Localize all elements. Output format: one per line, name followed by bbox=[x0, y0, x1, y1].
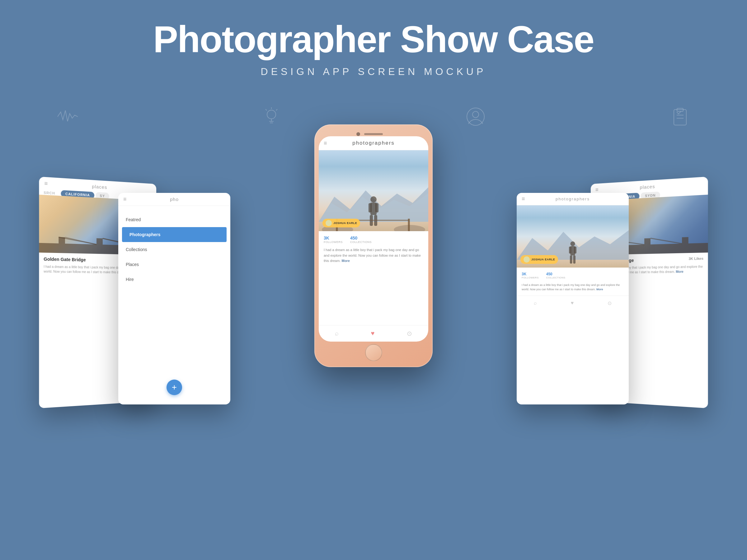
right-hamburger: ≡ bbox=[522, 196, 525, 202]
menu-hamburger-icon: ≡ bbox=[123, 196, 127, 203]
far-right-hamburger: ≡ bbox=[595, 187, 598, 193]
svg-point-31 bbox=[570, 241, 575, 246]
svg-rect-34 bbox=[574, 247, 577, 254]
page-title: Photographer Show Case bbox=[0, 19, 747, 60]
photo-bio: I had a dream as a little boy that i pac… bbox=[319, 246, 428, 268]
followers-count: 3K bbox=[324, 236, 343, 240]
right-heart-icon[interactable]: ♥ bbox=[571, 300, 574, 306]
right-collections-stat: 450 Collections bbox=[546, 272, 566, 279]
right-more-link[interactable]: More bbox=[596, 288, 603, 291]
right-search-icon[interactable]: ⌕ bbox=[534, 300, 537, 306]
menu-item-featred[interactable]: Featred bbox=[118, 212, 230, 227]
page-subtitle: DESIGN APP SCREEN MOCKUP bbox=[0, 66, 747, 77]
right-person bbox=[563, 240, 582, 268]
right-photo-hero: JOSHUA EARLE bbox=[517, 205, 629, 268]
far-right-title: places bbox=[640, 184, 655, 190]
photo-stats: 3K Followers 450 Collections bbox=[319, 231, 428, 246]
right-collections-count: 450 bbox=[546, 272, 566, 276]
svg-line-38 bbox=[650, 237, 682, 244]
heart-nav-icon[interactable]: ♥ bbox=[371, 330, 375, 337]
svg-rect-35 bbox=[570, 256, 572, 264]
bottom-nav: ⌕ ♥ ⊙ bbox=[319, 325, 428, 342]
center-phone: ≡ photographers bbox=[314, 125, 433, 367]
svg-line-14 bbox=[65, 237, 97, 244]
person-nav-icon[interactable]: ⊙ bbox=[407, 330, 412, 337]
svg-rect-36 bbox=[573, 256, 576, 264]
photo-title: Golden Gate Bridge bbox=[44, 256, 85, 262]
card-right: ≡ photographers JOSHUA EAR bbox=[517, 193, 629, 404]
right-bio: I had a dream as a little boy that i pac… bbox=[517, 282, 629, 296]
menu-item-collections[interactable]: Collections bbox=[118, 242, 230, 257]
collections-count: 450 bbox=[350, 236, 371, 240]
svg-rect-33 bbox=[569, 247, 571, 254]
screen-title: places bbox=[92, 184, 107, 190]
photo-hero: JOSHUA EARLE bbox=[319, 150, 428, 231]
collections-label: Collections bbox=[350, 240, 371, 244]
svg-rect-10 bbox=[677, 108, 683, 111]
collections-stat: 450 Collections bbox=[350, 236, 371, 244]
right-followers-count: 3K bbox=[522, 272, 539, 276]
svg-line-6 bbox=[276, 109, 277, 110]
header: Photographer Show Case DESIGN APP SCREEN… bbox=[0, 0, 747, 77]
far-right-likes: 3K Likes bbox=[689, 256, 703, 262]
photographers-screen: ≡ photographers bbox=[319, 136, 428, 342]
svg-rect-9 bbox=[674, 109, 686, 125]
photo-avatar bbox=[326, 220, 332, 226]
far-right-more[interactable]: More bbox=[676, 270, 684, 273]
right-photo-avatar bbox=[523, 256, 530, 263]
menu-screen: ≡ pho Featred Photographers Collections … bbox=[118, 193, 230, 404]
right-followers-label: Followers bbox=[522, 276, 539, 279]
svg-line-5 bbox=[265, 109, 267, 110]
right-person-icon[interactable]: ⊙ bbox=[608, 300, 612, 306]
right-screen-title: photographers bbox=[556, 196, 590, 201]
photographers-topbar: ≡ photographers bbox=[319, 136, 428, 150]
phone-frame: ≡ photographers bbox=[314, 125, 433, 367]
menu-items-list: Featred Photographers Collections Places… bbox=[118, 206, 230, 293]
right-followers-stat: 3K Followers bbox=[522, 272, 539, 279]
right-photographer-name: JOSHUA EARLE bbox=[531, 258, 555, 261]
bio-text: I had a dream as a little boy that i pac… bbox=[324, 248, 421, 263]
phone-camera bbox=[356, 132, 360, 136]
phone-screen: ≡ photographers bbox=[319, 136, 428, 342]
card-left: ≡ pho Featred Photographers Collections … bbox=[118, 193, 230, 404]
right-bottom-nav: ⌕ ♥ ⊙ bbox=[517, 296, 629, 311]
svg-rect-22 bbox=[376, 203, 379, 212]
photographers-hamburger: ≡ bbox=[324, 140, 327, 146]
menu-item-hire[interactable]: Hire bbox=[118, 272, 230, 287]
photographers-screen-right: ≡ photographers JOSHUA EAR bbox=[517, 193, 629, 404]
menu-item-places[interactable]: Places bbox=[118, 257, 230, 272]
followers-stat: 3K Followers bbox=[324, 236, 343, 244]
right-topbar: ≡ photographers bbox=[517, 193, 629, 205]
photographer-name: JOSHUA EARLE bbox=[333, 221, 357, 224]
svg-point-0 bbox=[267, 110, 276, 119]
svg-rect-21 bbox=[368, 203, 371, 212]
svg-point-19 bbox=[370, 196, 377, 203]
right-collections-label: Collections bbox=[546, 276, 566, 279]
right-stats: 3K Followers 450 Collections bbox=[517, 268, 629, 282]
phones-container: ≡ places SRCH CALIFORNIA SY bbox=[31, 125, 716, 544]
phone-speaker bbox=[364, 133, 383, 135]
more-link-center[interactable]: More bbox=[341, 259, 350, 263]
hamburger-icon: ≡ bbox=[44, 180, 48, 187]
menu-item-photographers[interactable]: Photographers bbox=[122, 227, 227, 242]
phone-home-button[interactable] bbox=[365, 344, 382, 361]
search-nav-icon[interactable]: ⌕ bbox=[335, 330, 339, 337]
photographer-tag: JOSHUA EARLE bbox=[323, 219, 360, 228]
menu-topbar: ≡ pho bbox=[118, 193, 230, 206]
svg-point-7 bbox=[467, 108, 484, 125]
right-photographer-tag: JOSHUA EARLE bbox=[520, 255, 558, 264]
svg-point-8 bbox=[472, 111, 479, 117]
photographers-title: photographers bbox=[352, 140, 395, 146]
fab-button[interactable]: + bbox=[166, 379, 182, 395]
followers-label: Followers bbox=[324, 240, 343, 244]
menu-title: pho bbox=[170, 196, 179, 202]
